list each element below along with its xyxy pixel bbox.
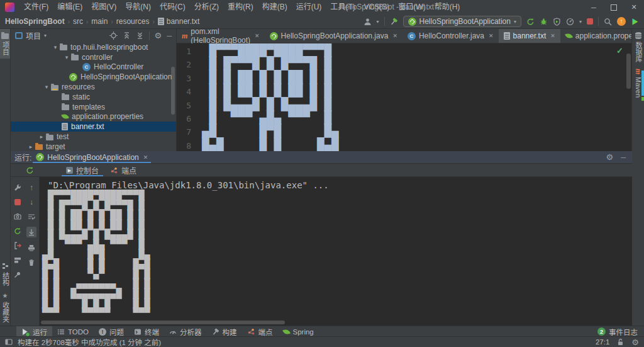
menu-item-2[interactable]: 视图(V) (87, 0, 121, 14)
tool-stripe-database-tab[interactable]: 数据库 (633, 29, 643, 65)
console-horizontal-scrollbar[interactable] (41, 321, 285, 324)
menu-item-6[interactable]: 重构(R) (223, 0, 258, 14)
tree-item-templates[interactable]: templates (11, 102, 176, 112)
breadcrumb-file[interactable]: banner.txt (158, 17, 200, 26)
menu-item-1[interactable]: 编辑(E) (53, 0, 87, 14)
close-icon[interactable]: ✕ (255, 33, 260, 39)
tree-item-application.properties[interactable]: application.properties (11, 112, 176, 122)
toolwindow-button-构建[interactable]: 构建 (207, 326, 242, 337)
restart-application-icon[interactable] (14, 227, 21, 235)
menu-item-8[interactable]: 运行(U) (292, 0, 326, 14)
search-everywhere-icon[interactable] (604, 18, 612, 26)
console-tab[interactable]: ▶ 控制台 (60, 164, 104, 176)
close-icon[interactable]: ✕ (550, 33, 555, 39)
gear-icon[interactable]: ⚙ (155, 31, 162, 40)
tool-stripe-project-tab[interactable]: 项目 (0, 29, 10, 59)
chevron-down-icon[interactable]: ▾ (579, 19, 582, 25)
project-panel-title[interactable]: 项目 (26, 30, 41, 41)
scroll-to-end-icon[interactable] (26, 227, 36, 237)
rerun-button[interactable] (26, 166, 34, 174)
up-stack-trace-icon[interactable]: ↑ (30, 183, 33, 191)
menu-item-5[interactable]: 分析(Z) (190, 0, 223, 14)
chevron-right-icon[interactable]: ▸ (37, 134, 46, 140)
status-message[interactable]: 构建在 2秒708毫秒 中成功完成 (1 分钟 之前) (18, 337, 161, 347)
gear-icon[interactable]: ⚙ (606, 153, 614, 161)
toolwindow-button-终端[interactable]: 终端 (129, 326, 164, 337)
breadcrumb-HelloSpringBoot[interactable]: HelloSpringBoot (5, 17, 65, 26)
run-configuration-tab[interactable]: HelloSpringBootApplication ✕ (31, 151, 152, 163)
editor-tab-banner.txt[interactable]: banner.txt✕ (499, 29, 560, 43)
clear-console-icon[interactable] (28, 258, 35, 266)
editor-tab-HelloController.java[interactable]: CHelloController.java✕ (402, 29, 499, 43)
tool-stripe-favorites-tab[interactable]: ★ 收藏夹 (1, 289, 10, 326)
expand-all-icon[interactable] (123, 31, 131, 40)
inspections-ok-icon[interactable]: ✓ (616, 46, 623, 55)
toolwindow-toggle-icon[interactable] (5, 338, 13, 346)
editor-tab-HelloSpringBootApplication.java[interactable]: HelloSpringBootApplication.java✕ (265, 29, 402, 43)
user-icon[interactable] (364, 18, 372, 26)
lock-icon[interactable] (617, 338, 624, 346)
toolwindow-button-端点[interactable]: 端点 (242, 326, 278, 337)
select-opened-file-icon[interactable] (109, 31, 118, 40)
gear-icon[interactable]: ⚙ (631, 338, 639, 346)
tree-item-HelloController[interactable]: CHelloController (11, 62, 176, 72)
close-button[interactable]: ✕ (624, 0, 644, 14)
event-log-badge[interactable]: 2 (597, 327, 606, 336)
profiler-button[interactable] (566, 18, 574, 26)
chevron-down-icon[interactable]: ▾ (62, 54, 71, 60)
tool-stripe-structure-tab[interactable]: 结构 (1, 259, 10, 289)
tree-item-resources[interactable]: ▾resources (11, 82, 176, 92)
breadcrumb-src[interactable]: src (73, 17, 83, 26)
down-stack-trace-icon[interactable]: ↓ (30, 198, 33, 206)
editor-tab-pom.xml (HelloSpringBoot)[interactable]: mpom.xml (HelloSpringBoot)✕ (177, 29, 265, 43)
editor-body[interactable]: 12345678 █▀▀▀████▀████▀▀▀█ █ █▀▀▀█ █ █▀▀… (177, 43, 632, 151)
close-icon[interactable]: ✕ (392, 33, 397, 39)
print-icon[interactable] (28, 244, 35, 252)
breadcrumb-main[interactable]: main (91, 17, 108, 26)
toolwindow-button-TODO[interactable]: TODO (52, 326, 94, 337)
close-icon[interactable]: ✕ (489, 33, 494, 39)
chevron-down-icon[interactable]: ▾ (377, 19, 379, 25)
tree-item-HelloSpringBootApplication[interactable]: HelloSpringBootApplication (11, 72, 176, 82)
stop-button[interactable] (14, 198, 21, 206)
tree-item-test[interactable]: ▸test (11, 132, 176, 142)
run-configuration-select[interactable]: HelloSpringBootApplication ▾ (403, 16, 521, 27)
endpoints-tab[interactable]: 端点 (104, 164, 142, 176)
collapse-all-icon[interactable] (136, 31, 144, 40)
toolwindow-button-问题[interactable]: !问题 (94, 326, 129, 337)
close-icon[interactable]: ✕ (143, 154, 148, 161)
restore-layout-icon[interactable] (14, 256, 21, 264)
editor-scrollbar[interactable] (626, 54, 631, 89)
pin-tab-icon[interactable] (14, 270, 21, 278)
chevron-down-icon[interactable]: ▾ (51, 44, 60, 50)
chevron-right-icon[interactable]: ▸ (26, 144, 35, 150)
ide-update-icon[interactable]: ↑ (617, 17, 626, 26)
hide-panel-icon[interactable]: ─ (167, 32, 172, 40)
menu-item-4[interactable]: 代码(C) (155, 0, 190, 14)
hide-panel-icon[interactable]: ─ (621, 154, 626, 161)
toolwindow-button-运行[interactable]: 运行 (16, 326, 52, 337)
run-button[interactable] (526, 18, 535, 26)
menu-item-12[interactable]: 帮助(H) (430, 0, 465, 14)
run-with-coverage-button[interactable] (553, 18, 561, 26)
soft-wrap-icon[interactable] (28, 212, 35, 220)
caret-position[interactable]: 27:1 (596, 338, 609, 346)
menu-item-0[interactable]: 文件(F) (19, 0, 53, 14)
chevron-down-icon[interactable]: ▾ (42, 84, 51, 90)
breadcrumb-resources[interactable]: resources (116, 17, 150, 26)
maximize-button[interactable] (604, 0, 624, 14)
project-scrollbar[interactable] (171, 67, 175, 115)
exit-icon[interactable] (14, 241, 21, 249)
tree-item-controller[interactable]: ▾controller (11, 52, 176, 62)
debug-button[interactable] (540, 18, 548, 26)
event-log-label[interactable]: 事件日志 (609, 327, 638, 337)
tree-item-banner.txt[interactable]: banner.txt (11, 122, 176, 132)
chevron-down-icon[interactable]: ▾ (44, 33, 47, 38)
menu-item-7[interactable]: 构建(B) (258, 0, 292, 14)
toolwindow-button-Spring[interactable]: Spring (278, 326, 319, 337)
wrench-icon[interactable] (14, 183, 21, 191)
menu-item-3[interactable]: 导航(N) (121, 0, 155, 14)
tree-item-top.huii.hellospringboot[interactable]: ▾top.huii.hellospringboot (11, 42, 176, 52)
minimize-button[interactable]: ─ (584, 0, 604, 14)
tree-item-target[interactable]: ▸target (11, 142, 176, 151)
